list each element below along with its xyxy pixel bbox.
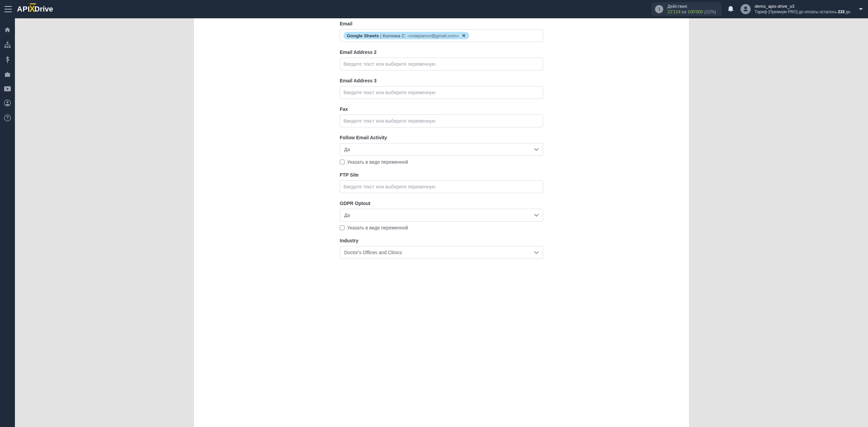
content-scroll[interactable]: Email Google Sheets | Колонка C: «sstepa… [15, 18, 868, 427]
label-email2: Email Address 2 [340, 49, 543, 55]
input-email2[interactable]: Введите текст или выберите переменную [340, 58, 543, 70]
label-follow: Follow Email Activity [340, 135, 543, 140]
user-text: demo_apix-drive_s3 Тариф |Премиум PRO| д… [755, 4, 850, 14]
actions-of: из [682, 9, 686, 14]
sidebar-home[interactable] [4, 26, 11, 33]
actions-pct: (22%) [704, 9, 716, 14]
field-email2: Email Address 2 Введите текст или выбери… [340, 49, 543, 70]
chevron-down-icon [859, 8, 863, 11]
info-icon: i [655, 5, 663, 13]
notifications-button[interactable] [728, 5, 734, 13]
label-industry: Industry [340, 238, 543, 243]
youtube-icon [4, 86, 11, 92]
chevron-down-icon [534, 148, 539, 151]
field-follow: Follow Email Activity Да Указать в виде … [340, 135, 543, 165]
checkbox-follow-input[interactable] [340, 160, 344, 164]
sitemap-icon [4, 41, 11, 48]
form-panel: Email Google Sheets | Колонка C: «sstepa… [194, 18, 689, 427]
sidebar-billing[interactable] [4, 56, 11, 63]
chip-remove-icon[interactable]: ✕ [462, 33, 466, 38]
sidebar-work[interactable] [4, 71, 11, 78]
label-ftp: FTP Site [340, 172, 543, 178]
sidebar [0, 18, 15, 427]
select-follow-value: Да [344, 147, 350, 152]
avatar [741, 4, 751, 14]
actions-total: 100'000 [688, 9, 703, 14]
user-name: demo_apix-drive_s3 [755, 4, 850, 9]
sidebar-help[interactable] [4, 115, 11, 121]
chevron-down-icon [534, 214, 539, 217]
select-gdpr-value: Да [344, 212, 350, 218]
input-email[interactable]: Google Sheets | Колонка C: «sstepanov@gm… [340, 29, 543, 42]
field-email: Email Google Sheets | Колонка C: «sstepa… [340, 21, 543, 42]
select-follow[interactable]: Да [340, 143, 543, 156]
select-industry[interactable]: Doctor's Offices and Clinics [340, 246, 543, 259]
sidebar-video[interactable] [4, 86, 11, 92]
user-subtitle: Тариф |Премиум PRO| до оплаты осталось 2… [755, 9, 850, 15]
chip-email[interactable]: Google Sheets | Колонка C: «sstepanov@gm… [343, 32, 469, 39]
briefcase-icon [4, 71, 11, 78]
logo[interactable]: API X Drive [17, 4, 53, 15]
svg-point-2 [7, 101, 8, 103]
actions-counter[interactable]: i Действия: 22'114 из 100'000 (22%) [652, 2, 721, 16]
logo-api: API [17, 5, 30, 14]
input-ftp[interactable]: Введите текст или выберите переменную [340, 180, 543, 193]
help-icon [4, 115, 11, 121]
user-menu[interactable]: demo_apix-drive_s3 Тариф |Премиум PRO| д… [741, 4, 863, 14]
field-fax: Fax Введите текст или выберите переменну… [340, 106, 543, 127]
logo-x-icon: X [29, 4, 35, 14]
label-gdpr: GDPR Optout [340, 201, 543, 206]
label-fax: Fax [340, 106, 543, 112]
input-email3[interactable]: Введите текст или выберите переменную [340, 86, 543, 99]
actions-label: Действия: [667, 4, 716, 9]
label-email: Email [340, 21, 543, 26]
field-industry: Industry Doctor's Offices and Clinics [340, 238, 543, 259]
field-email3: Email Address 3 Введите текст или выбери… [340, 78, 543, 99]
menu-button[interactable] [3, 4, 13, 14]
layout: Email Google Sheets | Колонка C: «sstepa… [0, 18, 868, 427]
field-ftp: FTP Site Введите текст или выберите пере… [340, 172, 543, 193]
home-icon [4, 26, 11, 33]
checkbox-follow-asvar[interactable]: Указать в виде переменной [340, 159, 543, 165]
select-industry-value: Doctor's Offices and Clinics [344, 250, 402, 255]
bell-icon [728, 5, 734, 12]
sidebar-account[interactable] [4, 100, 11, 106]
checkbox-gdpr-input[interactable] [340, 225, 344, 230]
label-email3: Email Address 3 [340, 78, 543, 83]
menu-icon [4, 6, 12, 12]
field-gdpr: GDPR Optout Да Указать в виде переменной [340, 201, 543, 230]
actions-used: 22'114 [667, 9, 680, 14]
user-icon [743, 6, 749, 12]
checkbox-gdpr-asvar[interactable]: Указать в виде переменной [340, 225, 543, 230]
sidebar-connections[interactable] [4, 41, 11, 48]
topbar: API X Drive i Действия: 22'114 из 100'00… [0, 0, 868, 18]
dollar-icon [4, 56, 11, 63]
logo-drive: Drive [35, 5, 53, 14]
chevron-down-icon [534, 251, 539, 254]
actions-text: Действия: 22'114 из 100'000 (22%) [667, 4, 716, 15]
input-fax[interactable]: Введите текст или выберите переменную [340, 115, 543, 127]
user-circle-icon [4, 100, 11, 106]
select-gdpr[interactable]: Да [340, 209, 543, 222]
